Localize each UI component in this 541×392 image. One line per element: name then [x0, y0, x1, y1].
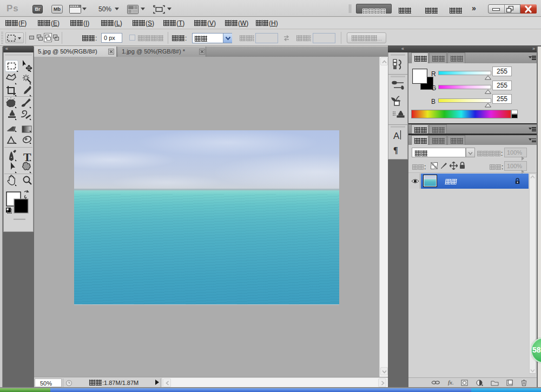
svg-text:¶: ¶ [393, 145, 398, 155]
svg-text:A: A [393, 131, 400, 141]
svg-text:T: T [23, 150, 31, 164]
